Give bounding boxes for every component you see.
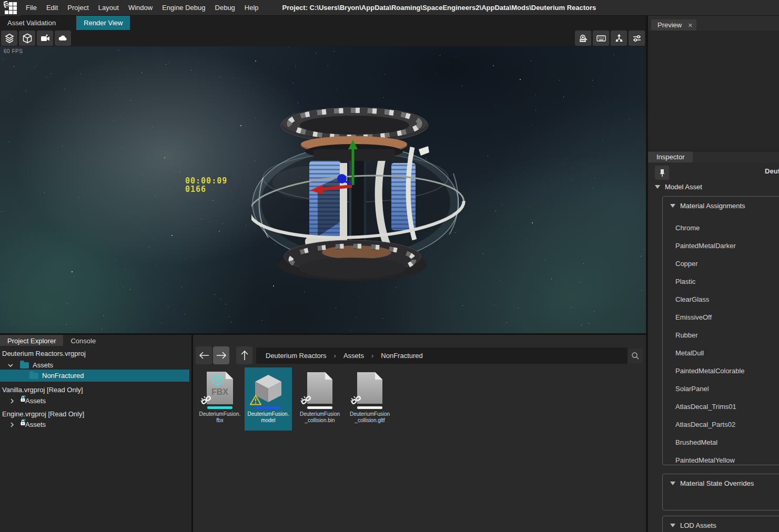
material-state-overrides-group: Material State Overrides: [662, 474, 779, 510]
axis-gizmo-button[interactable]: [611, 30, 627, 46]
tree-label: Deuterium Reactors.vrgproj: [2, 350, 86, 357]
menu-window[interactable]: Window: [124, 0, 157, 16]
environment-button[interactable]: [55, 30, 71, 46]
tree-label: NonFractured: [42, 372, 84, 380]
material-item[interactable]: EmissiveOff: [663, 303, 779, 321]
collapse-triangle-icon: [670, 204, 675, 208]
preview-viewport: [648, 30, 779, 151]
tab-project-explorer[interactable]: Project Explorer: [0, 335, 63, 346]
menu-project[interactable]: Project: [63, 0, 93, 16]
material-item[interactable]: PaintedMetalDarker: [663, 232, 779, 250]
tab-console[interactable]: Console: [63, 335, 103, 346]
pin-button[interactable]: [655, 166, 669, 180]
model-asset-header[interactable]: Model Asset: [655, 183, 702, 191]
tab-asset-validation[interactable]: Asset Validation: [0, 16, 63, 30]
tree-label: Assets: [25, 421, 46, 428]
lod-assets-header[interactable]: LOD Assets: [663, 516, 779, 529]
axis-gizmo-icon: [614, 33, 624, 44]
inspector-panel: Deut Model Asset Material Assignments Ch…: [648, 162, 779, 532]
breadcrumb-separator: ›: [329, 352, 341, 360]
render-settings-button[interactable]: [629, 30, 645, 46]
right-panel: Preview × Inspector Deut Model Asset: [648, 16, 779, 532]
menu-file[interactable]: File: [21, 0, 42, 16]
lock-icon: [20, 420, 26, 426]
material-item[interactable]: Copper: [663, 250, 779, 268]
tree-item-assets-engine[interactable]: Assets: [0, 419, 191, 430]
layers-button[interactable]: [1, 30, 17, 46]
file-tile-model[interactable]: DeuteriumFusion.model: [245, 367, 292, 431]
material-item[interactable]: AtlasDecal_Parts02: [663, 411, 779, 428]
lod-assets-group: LOD Assets: [662, 516, 779, 532]
tree-item-assets-deuterium[interactable]: Assets: [0, 360, 191, 371]
tree-item-project-deuterium[interactable]: Deuterium Reactors.vrgproj: [0, 348, 191, 359]
menu-layout[interactable]: Layout: [94, 0, 124, 16]
asset-status-bar: [357, 406, 382, 409]
measure-tape-icon: [578, 33, 589, 44]
group-label: Material Assignments: [680, 202, 745, 210]
material-item[interactable]: Plastic: [663, 268, 779, 285]
up-button[interactable]: [236, 346, 252, 364]
reactor-model[interactable]: [251, 99, 467, 293]
file-tile-collision-bin[interactable]: DeuteriumFusion_collision.bin: [296, 367, 343, 431]
menu-debug[interactable]: Debug: [210, 0, 240, 16]
svg-text:FBX: FBX: [211, 387, 228, 396]
keyboard-icon: [596, 33, 606, 44]
tree-item-project-engine[interactable]: Engine.vrgproj [Read Only]: [0, 408, 191, 420]
wireframe-button[interactable]: [19, 30, 35, 46]
material-item[interactable]: PaintedMetalColorable: [663, 357, 779, 375]
chevron-down-icon[interactable]: [7, 362, 14, 369]
render-viewport[interactable]: 60 FPS 00:00:09 0166: [0, 46, 647, 333]
group-label: Material State Overrides: [680, 479, 754, 487]
inspected-asset-title: Deut: [765, 167, 779, 175]
up-icon: [240, 350, 249, 361]
material-item[interactable]: ClearGlass: [663, 285, 779, 303]
material-item[interactable]: Chrome: [663, 214, 779, 232]
back-button[interactable]: [196, 346, 212, 364]
tree-item-assets-vanilla[interactable]: Assets: [0, 395, 191, 406]
back-icon: [198, 351, 210, 360]
chevron-right-icon[interactable]: [9, 398, 15, 404]
material-state-overrides-header[interactable]: Material State Overrides: [663, 474, 779, 487]
workspace-tabbar: Asset Validation Render View: [0, 16, 647, 30]
keyboard-button[interactable]: [593, 30, 609, 46]
warning-icon: [250, 395, 261, 405]
menu-edit[interactable]: Edit: [42, 0, 63, 16]
menu-engine-debug[interactable]: Engine Debug: [157, 0, 210, 16]
folder-icon: [20, 362, 29, 369]
tab-render-view[interactable]: Render View: [76, 16, 130, 30]
forward-button[interactable]: [213, 346, 229, 364]
chevron-right-icon[interactable]: [9, 422, 15, 428]
camera-button[interactable]: [37, 30, 53, 46]
tree-item-nonfractured[interactable]: NonFractured: [0, 370, 189, 382]
tab-preview[interactable]: Preview ×: [651, 19, 696, 30]
breadcrumb-assets[interactable]: Assets: [341, 352, 366, 360]
close-icon[interactable]: ×: [688, 21, 692, 29]
material-item[interactable]: SolarPanel: [663, 375, 779, 393]
material-item[interactable]: Rubber: [663, 321, 779, 339]
file-tile-fbx[interactable]: FBX DeuteriumFusion.fbx: [196, 367, 244, 431]
breadcrumb-nonfractured[interactable]: NonFractured: [379, 352, 424, 360]
tab-inspector[interactable]: Inspector: [648, 151, 693, 162]
timecode-line1: 00:00:09: [185, 177, 227, 185]
file-name: DeuteriumFusion_collision.bin: [300, 411, 340, 424]
forward-icon: [216, 351, 227, 360]
layers-icon: [4, 33, 15, 44]
material-assignments-header[interactable]: Material Assignments: [663, 197, 779, 210]
breadcrumb-deuterium-reactors[interactable]: Deuterium Reactors: [264, 352, 329, 360]
cube-icon: [22, 33, 33, 44]
measure-button[interactable]: [575, 30, 591, 46]
material-item[interactable]: PaintedMetalYellow: [663, 446, 779, 464]
menu-help[interactable]: Help: [240, 0, 264, 16]
file-name: DeuteriumFusion.model: [248, 411, 289, 424]
lock-icon: [20, 396, 26, 402]
timecode-line2: 0166: [185, 185, 227, 193]
file-tile-collision-gltf[interactable]: DeuteriumFusion_collision.gltf: [346, 367, 393, 431]
search-button[interactable]: [628, 349, 643, 363]
material-item[interactable]: MetalDull: [663, 339, 779, 357]
group-label: LOD Assets: [680, 521, 716, 529]
tree-item-project-vanilla[interactable]: Vanilla.vrgproj [Read Only]: [0, 384, 191, 395]
material-item[interactable]: AtlasDecal_Trims01: [663, 393, 779, 411]
material-item[interactable]: BrushedMetal: [663, 428, 779, 446]
material-assignments-group: Material Assignments Chrome PaintedMetal…: [662, 196, 779, 465]
file-name: DeuteriumFusion_collision.gltf: [350, 411, 390, 424]
